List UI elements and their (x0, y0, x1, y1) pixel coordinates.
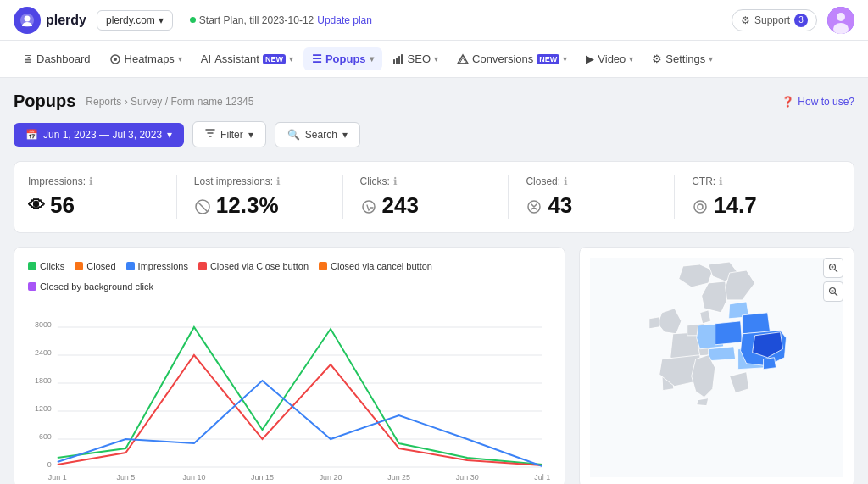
svg-text:Jun 10: Jun 10 (183, 473, 206, 481)
support-button[interactable]: ⚙ Support 3 (732, 9, 817, 31)
stat-clicks-label: Clicks: ℹ (360, 175, 492, 187)
ctr-icon (692, 192, 709, 219)
svg-point-6 (114, 58, 117, 61)
info-icon-clicks[interactable]: ℹ (393, 175, 398, 187)
svg-point-17 (694, 201, 706, 213)
logo-text: plerdy (46, 13, 86, 28)
legend-clicks: Clicks (28, 261, 64, 271)
sidebar-item-video[interactable]: ▶ Video ▾ (577, 47, 642, 70)
filter-label: Filter (220, 129, 243, 141)
sidebar-item-settings[interactable]: ⚙ Settings ▾ (643, 47, 721, 70)
legend-dot-closed-via-cancel (319, 262, 327, 270)
svg-point-18 (698, 204, 703, 209)
svg-text:2400: 2400 (35, 348, 52, 357)
svg-rect-9 (398, 56, 400, 64)
svg-point-3 (837, 13, 845, 21)
domain-label: plerdy.com (106, 14, 155, 26)
svg-rect-8 (396, 58, 398, 64)
sidebar-item-heatmaps[interactable]: Heatmaps ▾ (101, 47, 191, 71)
chart-row: Clicks Closed Impressions Closed via Clo… (14, 247, 854, 484)
assistant-icon: AI (201, 53, 211, 65)
sidebar-item-seo[interactable]: SEO ▾ (384, 47, 447, 71)
sidebar-item-assistant[interactable]: AI Assistant NEW ▾ (192, 47, 302, 70)
support-icon: ⚙ (741, 14, 750, 26)
stat-ctr: CTR: ℹ 14.7 (675, 175, 840, 219)
update-plan-link[interactable]: Update plan (317, 14, 372, 26)
plan-dot (190, 17, 196, 23)
avatar[interactable] (827, 7, 854, 34)
support-label: Support (754, 14, 790, 26)
lost-icon (194, 192, 211, 219)
click-icon (360, 192, 377, 219)
conversions-chevron: ▾ (563, 54, 567, 64)
map-controls (823, 258, 843, 302)
sidebar-item-dashboard[interactable]: 🖥 Dashboard (14, 47, 99, 70)
how-to-label: How to use? (798, 96, 854, 108)
assistant-chevron: ▾ (289, 54, 293, 64)
stat-lost-impressions: Lost impressions: ℹ 12.3% (177, 175, 343, 219)
date-range-button[interactable]: 📅 Jun 1, 2023 — Jul 3, 2023 ▾ (14, 123, 184, 147)
stat-closed: Closed: ℹ 43 (509, 175, 675, 219)
stat-closed-label: Closed: ℹ (526, 175, 657, 187)
nav-seo-label: SEO (408, 53, 431, 65)
main-content: Popups Reports › Survey / Form name 1234… (0, 78, 868, 484)
svg-text:1800: 1800 (35, 376, 52, 385)
video-chevron: ▾ (629, 54, 633, 64)
line-chart: 0 600 1200 1800 2400 3000 Jun 1 (28, 302, 551, 474)
plan-info: Start Plan, till 2023-10-12 Update plan (190, 14, 372, 26)
legend-closed-bg-label: Closed by background click (40, 281, 153, 292)
svg-text:Jun 15: Jun 15 (251, 473, 274, 481)
stat-impressions-label: Impressions: ℹ (28, 175, 159, 187)
stats-row: Impressions: ℹ 👁 56 Lost impressions: ℹ (14, 161, 854, 233)
nav-video-label: Video (598, 53, 626, 65)
nav-dashboard-label: Dashboard (36, 53, 91, 65)
logo-icon (14, 7, 41, 34)
map-zoom-out-button[interactable] (823, 281, 843, 302)
info-icon-closed[interactable]: ℹ (564, 175, 568, 187)
settings-icon: ⚙ (652, 53, 662, 65)
legend-closed-via-cancel: Closed via cancel button (319, 261, 432, 271)
stat-clicks: Clicks: ℹ 243 (343, 175, 509, 219)
heatmaps-icon (109, 53, 121, 66)
filter-button[interactable]: Filter ▾ (192, 121, 266, 147)
logo: plerdy (14, 7, 86, 34)
filters-bar: 📅 Jun 1, 2023 — Jul 3, 2023 ▾ Filter ▾ 🔍… (14, 121, 854, 147)
support-badge: 3 (794, 14, 808, 27)
closed-icon (526, 192, 542, 219)
svg-marker-11 (458, 55, 468, 64)
search-button[interactable]: 🔍 Search ▾ (275, 122, 360, 147)
heatmaps-chevron: ▾ (178, 54, 182, 64)
stat-ctr-label: CTR: ℹ (692, 175, 823, 187)
seo-icon (392, 53, 404, 66)
filter-icon (205, 128, 215, 141)
breadcrumb: Reports › Survey / Form name 12345 (86, 96, 253, 108)
europe-map (590, 258, 843, 477)
filter-chevron: ▾ (248, 129, 253, 141)
svg-text:600: 600 (39, 432, 52, 441)
info-icon-impressions[interactable]: ℹ (89, 175, 93, 187)
info-icon-ctr[interactable]: ℹ (719, 175, 723, 187)
domain-selector[interactable]: plerdy.com ▾ (97, 10, 173, 31)
legend-closed-label: Closed (86, 261, 115, 271)
svg-text:3000: 3000 (35, 320, 52, 329)
seo-chevron: ▾ (434, 54, 438, 64)
conversions-badge: NEW (537, 54, 559, 64)
eye-icon: 👁 (28, 196, 45, 215)
map-zoom-in-button[interactable] (823, 258, 843, 278)
page-header: Popups Reports › Survey / Form name 1234… (14, 92, 854, 111)
navbar: 🖥 Dashboard Heatmaps ▾ AI Assistant NEW … (0, 41, 868, 78)
stat-clicks-value: 243 (360, 192, 492, 219)
how-to-link[interactable]: ❓ How to use? (782, 96, 854, 108)
svg-text:Jun 5: Jun 5 (116, 473, 135, 481)
popups-chevron: ▾ (370, 54, 374, 64)
info-icon-lost[interactable]: ℹ (276, 175, 281, 187)
sidebar-item-popups[interactable]: ☰ Popups ▾ (303, 47, 382, 70)
search-chevron: ▾ (342, 129, 348, 141)
dashboard-icon: 🖥 (22, 53, 33, 65)
svg-text:1200: 1200 (35, 404, 52, 413)
popups-icon: ☰ (312, 53, 322, 65)
nav-popups-label: Popups (326, 53, 366, 65)
sidebar-item-conversions[interactable]: Conversions NEW ▾ (448, 47, 576, 71)
legend-impressions: Impressions (126, 261, 188, 271)
topbar-right: ⚙ Support 3 (732, 7, 854, 34)
